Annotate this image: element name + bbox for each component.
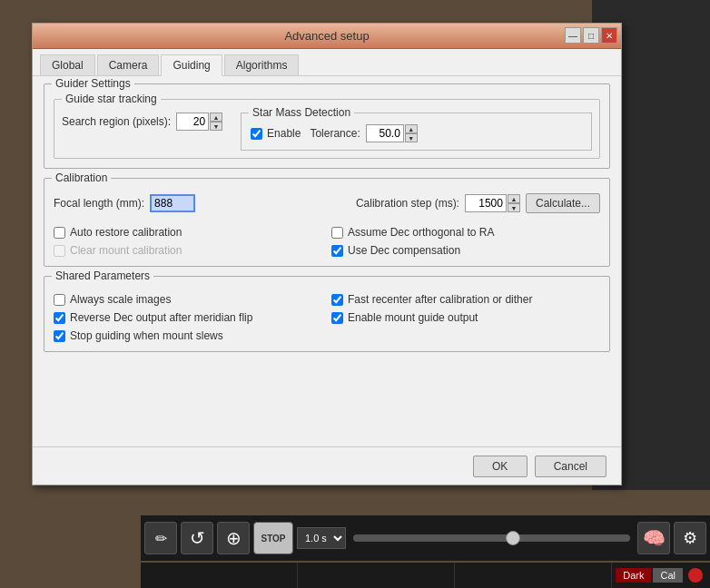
star-mass-detection-group: Star Mass Detection Enable Tolerance: [241,113,592,151]
stop-guiding-checkbox[interactable] [54,330,65,342]
advanced-setup-dialog: Advanced setup — □ ✕ Global Camera Guidi… [32,23,622,485]
dialog-title: Advanced setup [284,29,369,43]
assume-dec-label: Assume Dec orthogonal to RA [348,226,494,239]
reverse-dec-label: Reverse Dec output after meridian flip [70,311,252,324]
speed-dropdown[interactable]: 0.5 s 1.0 s 2.0 s 4.0 s [297,527,346,549]
focal-length-input[interactable] [150,194,195,212]
calibration-col-left: Auto restore calibration Clear mount cal… [54,220,322,257]
always-scale-label: Always scale images [70,293,171,306]
slider-thumb [506,531,520,545]
tab-global[interactable]: Global [40,54,95,75]
stop-guiding-row: Stop guiding when mount slews [54,329,322,342]
dialog-content: Guider Settings Guide star tracking Sear… [33,76,621,474]
assume-dec-checkbox[interactable] [331,227,343,239]
guide-star-row: Search region (pixels): ▲ ▼ Star Mass De… [62,113,592,151]
pencil-icon: ✏ [155,530,167,547]
shared-col-right: Fast recenter after calibration or dithe… [331,288,600,342]
gear-button[interactable]: ⚙ [674,522,706,554]
cal-step-label: Calibration step (ms): [356,197,459,210]
always-scale-row: Always scale images [54,293,322,306]
status-cal-badge: Cal [653,568,683,583]
title-bar-controls: — □ ✕ [565,27,617,44]
speed-slider[interactable] [353,534,630,542]
tolerance-spin-buttons: ▲ ▼ [405,124,418,142]
enable-star-mass-row: Enable [251,127,301,140]
status-seg-1 [141,563,298,588]
tolerance-area: Tolerance: ▲ ▼ [310,124,417,142]
status-seg-2 [298,563,455,588]
cal-step-up[interactable]: ▲ [508,194,520,203]
fast-recenter-checkbox[interactable] [331,294,343,306]
refresh-button[interactable]: ↺ [181,522,213,554]
reverse-dec-checkbox[interactable] [54,312,65,324]
enable-star-mass-checkbox[interactable] [251,128,262,140]
use-dec-label: Use Dec compensation [348,244,460,257]
tolerance-input[interactable] [366,124,404,142]
tolerance-label: Tolerance: [310,127,360,140]
assume-dec-row: Assume Dec orthogonal to RA [331,226,600,239]
crosshair-button[interactable]: ⊕ [217,522,250,554]
search-region-up[interactable]: ▲ [210,113,222,122]
brain-button[interactable]: 🧠 [637,522,670,554]
fast-recenter-label: Fast recenter after calibration or dithe… [348,293,532,306]
cal-step-input[interactable] [465,194,507,212]
search-region-label: Search region (pixels): [62,115,171,128]
star-mass-title: Star Mass Detection [249,106,354,119]
restore-button[interactable]: □ [583,27,599,44]
search-region-down[interactable]: ▼ [210,122,222,131]
gear-icon: ⚙ [683,528,697,548]
shared-col-left: Always scale images Reverse Dec output a… [54,288,322,342]
search-region-spin-buttons: ▲ ▼ [210,113,222,131]
tab-guiding[interactable]: Guiding [161,54,222,76]
enable-mount-label: Enable mount guide output [348,311,478,324]
shared-parameters-group: Shared Parameters Always scale images Re… [44,276,610,352]
minimize-button[interactable]: — [565,27,581,44]
search-region-input[interactable] [176,113,209,131]
tolerance-down[interactable]: ▼ [405,133,418,142]
fast-recenter-row: Fast recenter after calibration or dithe… [331,293,600,306]
enable-mount-checkbox[interactable] [331,312,343,324]
auto-restore-checkbox[interactable] [54,227,65,239]
close-button[interactable]: ✕ [601,27,617,44]
shared-parameters-title: Shared Parameters [52,270,153,282]
stop-guiding-label: Stop guiding when mount slews [70,329,223,342]
status-red-indicator [688,568,703,583]
tolerance-spinbox: ▲ ▼ [366,124,418,142]
cal-step-spinbox: ▲ ▼ [465,194,520,212]
always-scale-checkbox[interactable] [54,294,65,306]
refresh-icon: ↺ [190,527,205,549]
search-region-spinbox: ▲ ▼ [176,113,222,131]
calibration-checkboxes: Auto restore calibration Clear mount cal… [54,220,600,257]
auto-restore-row: Auto restore calibration [54,226,322,239]
pencil-button[interactable]: ✏ [144,522,177,554]
guider-settings-title: Guider Settings [52,77,134,90]
stop-icon: STOP [261,534,285,544]
search-region-area: Search region (pixels): ▲ ▼ [62,113,222,131]
focal-length-label: Focal length (mm): [54,197,144,210]
tab-bar: Global Camera Guiding Algorithms [33,49,621,76]
focal-cal-row: Focal length (mm): Calibration step (ms)… [54,193,600,213]
clear-mount-checkbox[interactable] [54,245,65,257]
ok-button[interactable]: OK [473,456,528,477]
use-dec-checkbox[interactable] [331,245,343,257]
use-dec-row: Use Dec compensation [331,244,600,257]
stop-button[interactable]: STOP [253,522,293,554]
crosshair-icon: ⊕ [226,527,242,549]
tolerance-up[interactable]: ▲ [405,124,418,133]
dialog-buttons: OK Cancel [33,446,621,485]
cal-step-down[interactable]: ▼ [508,203,520,212]
calculate-button[interactable]: Calculate... [526,193,600,213]
calibration-group: Calibration Focal length (mm): Calibrati… [44,178,610,267]
cal-step-spin-buttons: ▲ ▼ [508,194,520,212]
status-bar: Dark Cal [141,563,710,588]
guide-star-tracking-group: Guide star tracking Search region (pixel… [54,99,600,159]
shared-parameters-content: Always scale images Reverse Dec output a… [54,288,600,342]
cal-step-row: Calibration step (ms): ▲ ▼ Calculate... [356,193,600,213]
guider-settings-group: Guider Settings Guide star tracking Sear… [44,83,610,169]
tab-algorithms[interactable]: Algorithms [224,54,300,75]
enable-mount-row: Enable mount guide output [331,311,600,324]
auto-restore-label: Auto restore calibration [70,226,182,239]
cancel-button[interactable]: Cancel [535,456,606,477]
tab-camera[interactable]: Camera [97,54,160,75]
reverse-dec-row: Reverse Dec output after meridian flip [54,311,322,324]
